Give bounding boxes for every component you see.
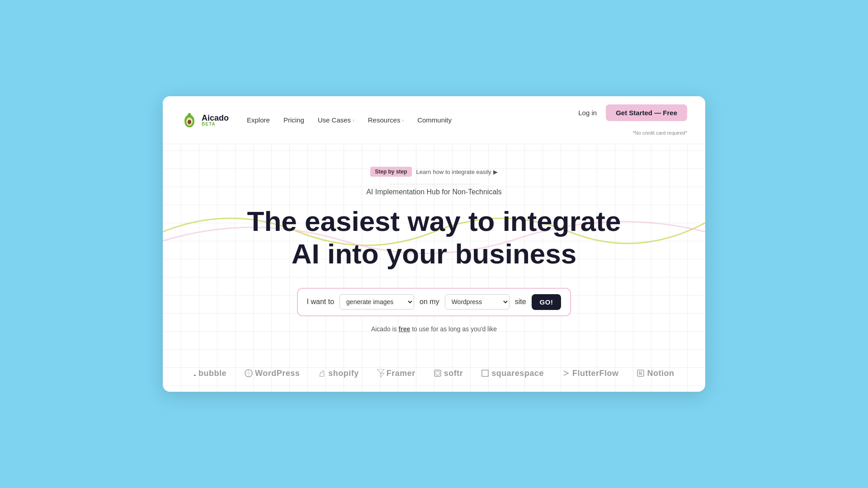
logo-framer: Framer xyxy=(377,369,415,378)
wordpress-icon xyxy=(245,369,253,377)
action-select[interactable]: generate images write content analyze da… xyxy=(340,294,414,310)
nav-right: Log in Get Started — Free *No credit car… xyxy=(578,104,687,136)
svg-rect-7 xyxy=(434,370,441,376)
on-my-text: on my xyxy=(420,298,439,306)
svg-rect-8 xyxy=(436,371,439,375)
svg-marker-5 xyxy=(377,369,384,373)
svg-point-3 xyxy=(188,113,191,117)
logo-squarespace: squarespace xyxy=(481,369,544,378)
softr-icon xyxy=(434,369,442,377)
logos-bar: .bubble WordPress shopify Framer softr s… xyxy=(163,360,705,392)
nav-community[interactable]: Community xyxy=(417,116,452,124)
avocado-logo-icon xyxy=(181,112,198,129)
i-want-to-text: I want to xyxy=(307,298,334,306)
hero-subtitle: AI Implementation Hub for Non-Technicals xyxy=(181,188,687,196)
hero-title-line1: The easiest way to integrate xyxy=(247,206,621,237)
free-text: Aicado is free to use for as long as you… xyxy=(181,325,687,333)
logo-shopify: shopify xyxy=(318,369,359,378)
nav-use-cases[interactable]: Use Cases › xyxy=(318,116,354,124)
logo-wordpress: WordPress xyxy=(245,369,300,378)
hero-title-line2: AI into your business xyxy=(292,238,576,269)
login-link[interactable]: Log in xyxy=(578,109,597,117)
step-label: Step by step xyxy=(370,167,411,177)
notion-icon: N xyxy=(637,369,645,377)
logo-text-group: Aicado BETA xyxy=(202,114,229,127)
flutterflow-icon xyxy=(562,369,570,377)
hero-title: The easiest way to integrate AI into you… xyxy=(181,205,687,270)
step-badge: Step by step Learn how to integrate easi… xyxy=(370,167,498,177)
nav-resources[interactable]: Resources › xyxy=(368,116,404,124)
logo-flutterflow: FlutterFlow xyxy=(562,369,619,378)
nav-right-row: Log in Get Started — Free xyxy=(578,104,687,121)
step-desc: Learn how to integrate easily ▶ xyxy=(416,169,498,175)
framer-icon xyxy=(377,369,384,377)
logo-beta: BETA xyxy=(202,122,229,127)
resources-chevron: › xyxy=(402,117,404,123)
nav-pricing[interactable]: Pricing xyxy=(283,116,304,124)
logo-bubble: .bubble xyxy=(194,369,227,378)
page-content: Aicado BETA Explore Pricing Use Cases › … xyxy=(163,96,705,392)
svg-rect-9 xyxy=(482,370,488,376)
shopify-icon xyxy=(318,369,326,377)
navbar: Aicado BETA Explore Pricing Use Cases › … xyxy=(163,96,705,144)
no-credit-text: *No credit card required* xyxy=(633,130,687,136)
get-started-button[interactable]: Get Started — Free xyxy=(606,104,687,121)
go-button[interactable]: GO! xyxy=(532,294,561,310)
step-divider xyxy=(389,184,479,184)
logo-name: Aicado xyxy=(202,114,229,122)
squarespace-icon xyxy=(481,369,489,377)
use-cases-chevron: › xyxy=(353,117,354,123)
nav-links: Explore Pricing Use Cases › Resources › … xyxy=(247,116,578,124)
platform-select[interactable]: Wordpress Shopify Bubble Framer Squaresp… xyxy=(445,294,509,310)
hero-section: Step by step Learn how to integrate easi… xyxy=(163,144,705,360)
step-arrow-icon: ▶ xyxy=(493,169,498,175)
svg-point-2 xyxy=(188,120,191,124)
svg-text:N: N xyxy=(639,371,642,376)
svg-marker-6 xyxy=(381,373,384,377)
browser-window: Aicado BETA Explore Pricing Use Cases › … xyxy=(163,96,705,392)
logo-softr: softr xyxy=(434,369,463,378)
free-underline: free xyxy=(399,325,410,333)
logo-notion: N Notion xyxy=(637,369,674,378)
interactive-bar: I want to generate images write content … xyxy=(297,288,571,316)
logo-area[interactable]: Aicado BETA xyxy=(181,112,229,129)
nav-explore[interactable]: Explore xyxy=(247,116,270,124)
site-text: site xyxy=(515,298,526,306)
